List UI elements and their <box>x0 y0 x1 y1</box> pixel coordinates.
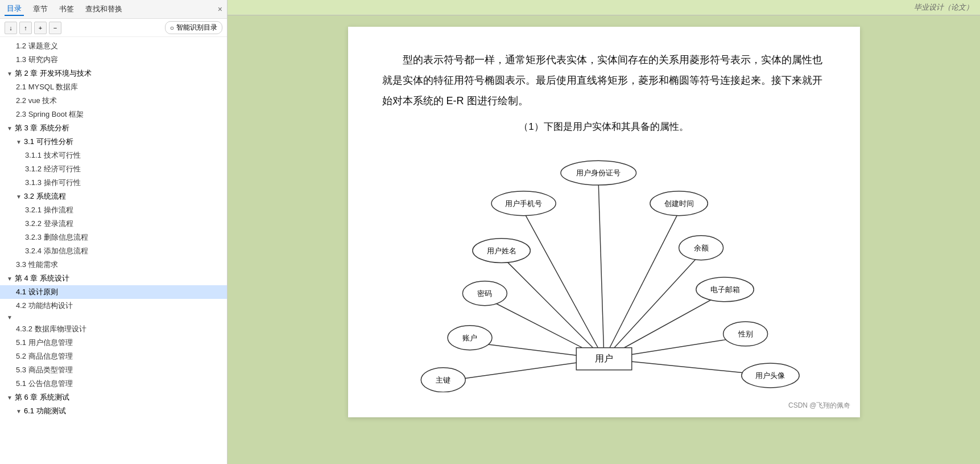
toc-list: 1.2 课题意义 1.3 研究内容 ▼ 第 2 章 开发环境与技术 2.1 MY… <box>0 37 227 464</box>
toc-item-3-2-3[interactable]: 3.2.3 删除信息流程 <box>0 231 227 244</box>
doc-area[interactable]: 型的表示符号都一样，通常矩形代表实体，实体间存在的关系用菱形符号表示，实体的属性… <box>228 15 980 464</box>
nav-remove-button[interactable]: − <box>49 22 61 34</box>
sidebar: 目录 章节 书签 查找和替换 × ↓ ↑ + − ○ 智能识别目录 1.2 课题… <box>0 0 228 464</box>
toc-item-3-2-4[interactable]: 3.2.4 添加信息流程 <box>0 244 227 258</box>
toc-item-2-3[interactable]: 2.3 Spring Boot 框架 <box>0 108 227 121</box>
svg-text:主键: 主键 <box>436 376 450 384</box>
smart-icon: ○ <box>170 24 174 32</box>
toc-section-3-1[interactable]: ▼ 3.1 可行性分析 <box>0 135 227 149</box>
svg-line-2 <box>604 212 679 359</box>
main-content: 毕业设计（论文） 型的表示符号都一样，通常矩形代表实体，实体间存在的关系用菱形符… <box>228 0 980 464</box>
collapse-icon-6-1: ▼ <box>16 408 22 414</box>
toc-item-2-2[interactable]: 2.2 vue 技术 <box>0 94 227 108</box>
toc-item-3-2-2[interactable]: 3.2.2 登录流程 <box>0 217 227 231</box>
tab-find-replace[interactable]: 查找和替换 <box>83 3 125 15</box>
toc-item-5-3[interactable]: 5.3 商品类型管理 <box>0 363 227 377</box>
collapse-icon-chapter4: ▼ <box>7 276 13 282</box>
top-bar: 毕业设计（论文） <box>228 0 980 15</box>
sidebar-tab-bar: 目录 章节 书签 查找和替换 × <box>0 0 227 19</box>
toc-item-3-1-3[interactable]: 3.1.3 操作可行性 <box>0 176 227 190</box>
toc-item-5-2[interactable]: 5.2 商品信息管理 <box>0 350 227 363</box>
svg-text:余额: 余额 <box>693 244 708 252</box>
svg-line-4 <box>604 253 701 359</box>
close-button[interactable]: × <box>218 5 222 14</box>
svg-text:用户姓名: 用户姓名 <box>486 247 516 255</box>
collapse-icon-sub: ▼ <box>7 314 13 321</box>
tab-toc[interactable]: 目录 <box>5 2 24 16</box>
toc-item-5-1[interactable]: 5.1 用户信息管理 <box>0 336 227 350</box>
svg-line-0 <box>598 184 604 359</box>
toc-item-5-1b[interactable]: 5.1 公告信息管理 <box>0 377 227 391</box>
smart-label: 智能识别目录 <box>176 23 217 32</box>
er-svg: 用户 用户身份证号 用户手机号 创建时间 用户姓名 <box>382 142 826 392</box>
svg-line-3 <box>501 256 603 359</box>
er-diagram: 用户 用户身份证号 用户手机号 创建时间 用户姓名 <box>382 142 826 395</box>
toc-section-chapter4[interactable]: ▼ 第 4 章 系统设计 <box>0 272 227 285</box>
svg-text:用户: 用户 <box>595 354 613 363</box>
svg-text:性别: 性别 <box>737 330 752 338</box>
toc-item-3-1-1[interactable]: 3.1.1 技术可行性 <box>0 149 227 162</box>
toc-item-chapter3-label: 第 3 章 系统分析 <box>15 123 69 133</box>
toc-section-3-2[interactable]: ▼ 3.2 系统流程 <box>0 190 227 203</box>
toc-item-3-3[interactable]: 3.3 性能需求 <box>0 258 227 272</box>
nav-add-button[interactable]: + <box>34 22 47 34</box>
collapse-icon-3-2: ▼ <box>16 194 22 200</box>
toc-item-3-1-label: 3.1 可行性分析 <box>24 137 73 147</box>
toc-section-chapter3[interactable]: ▼ 第 3 章 系统分析 <box>0 121 227 135</box>
svg-text:用户头像: 用户头像 <box>755 372 785 380</box>
smart-recognize-button[interactable]: ○ 智能识别目录 <box>165 21 222 34</box>
svg-text:账户: 账户 <box>462 334 477 342</box>
svg-text:创建时间: 创建时间 <box>664 200 693 208</box>
toc-item-6-1-label: 6.1 功能测试 <box>24 406 66 416</box>
tab-bookmark[interactable]: 书签 <box>57 3 76 15</box>
nav-down-button[interactable]: ↓ <box>5 22 17 34</box>
paragraph1: 型的表示符号都一样，通常矩形代表实体，实体间存在的关系用菱形符号表示，实体的属性… <box>382 50 826 111</box>
page-card: 型的表示符号都一样，通常矩形代表实体，实体间存在的关系用菱形符号表示，实体的属性… <box>348 27 860 417</box>
svg-text:密码: 密码 <box>477 290 492 298</box>
toc-item-chapter2-label: 第 2 章 开发环境与技术 <box>15 68 92 79</box>
toc-item-4-1[interactable]: 4.1 设计原则 <box>0 285 227 299</box>
svg-line-1 <box>523 212 603 359</box>
toc-item-chapter6-label: 第 6 章 系统测试 <box>15 392 69 403</box>
svg-text:用户身份证号: 用户身份证号 <box>576 170 621 178</box>
svg-text:电子邮箱: 电子邮箱 <box>710 286 739 294</box>
toc-item-2-1[interactable]: 2.1 MYSQL 数据库 <box>0 80 227 94</box>
er-caption: （1）下图是用户实体和其具备的属性。 <box>382 120 826 133</box>
collapse-icon-chapter3: ▼ <box>7 125 13 132</box>
collapse-icon-3-1: ▼ <box>16 139 22 145</box>
toc-item-3-2-label: 3.2 系统流程 <box>24 191 66 202</box>
toc-item-4-3-2[interactable]: 4.3.2 数据库物理设计 <box>0 322 227 336</box>
toc-item-chapter4-label: 第 4 章 系统设计 <box>15 273 69 284</box>
toc-item-3-2-1[interactable]: 3.2.1 操作流程 <box>0 203 227 217</box>
tab-chapter[interactable]: 章节 <box>31 3 50 15</box>
toc-section-6-1[interactable]: ▼ 6.1 功能测试 <box>0 404 227 418</box>
toc-item-3-1-2[interactable]: 3.1.2 经济可行性 <box>0 162 227 176</box>
collapse-icon-chapter6: ▼ <box>7 395 13 401</box>
toc-toolbar: ↓ ↑ + − ○ 智能识别目录 <box>0 19 227 37</box>
toc-section-chapter6[interactable]: ▼ 第 6 章 系统测试 <box>0 391 227 404</box>
toc-section-chapter2[interactable]: ▼ 第 2 章 开发环境与技术 <box>0 67 227 80</box>
watermark-bottom: CSDN @飞翔的佩奇 <box>788 401 851 410</box>
collapse-icon-chapter2: ▼ <box>7 71 13 77</box>
toc-item-1-2[interactable]: 1.2 课题意义 <box>0 39 227 53</box>
toc-section-sub[interactable]: ▼ <box>0 313 227 322</box>
nav-up-button[interactable]: ↑ <box>19 22 32 34</box>
svg-text:用户手机号: 用户手机号 <box>505 200 542 208</box>
watermark-top: 毕业设计（论文） <box>914 2 973 13</box>
toc-item-1-3[interactable]: 1.3 研究内容 <box>0 53 227 67</box>
toc-item-4-2[interactable]: 4.2 功能结构设计 <box>0 299 227 313</box>
